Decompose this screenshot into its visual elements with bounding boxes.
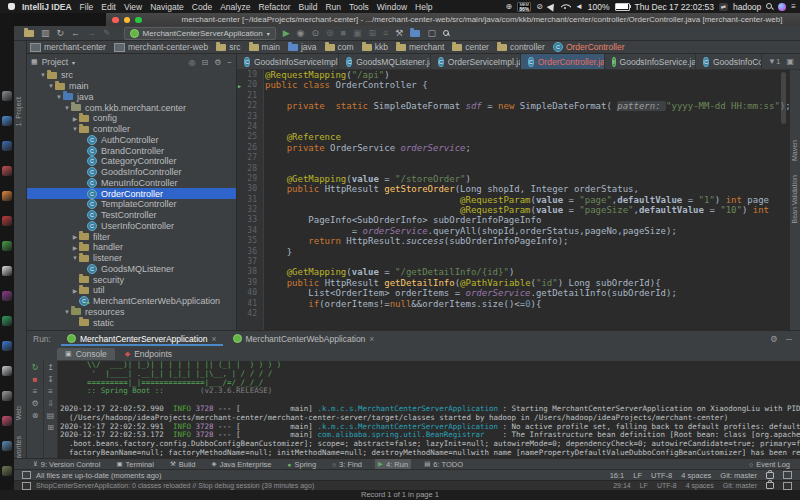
breadcrumb-merchant-center[interactable]: merchant-center xyxy=(30,42,106,52)
dock-icon[interactable] xyxy=(2,366,12,376)
tree-item-authcontroller[interactable]: CAuthController xyxy=(27,135,236,146)
input-source-icon[interactable]: ⊕ xyxy=(505,3,512,11)
close-tab-icon[interactable]: × xyxy=(369,334,374,344)
code-editor[interactable]: 19@RequestMapping("/api")20▶public class… xyxy=(237,70,800,330)
settings-icon[interactable]: ⚙ xyxy=(31,400,38,408)
dump-threads-icon[interactable]: ≡ xyxy=(33,388,38,396)
tree-item-categorycontroller[interactable]: CCategoryController xyxy=(27,156,236,167)
locate-icon[interactable]: ◎ xyxy=(188,58,195,67)
volume-icon[interactable]: ◄ xyxy=(575,3,583,11)
close-tab-icon[interactable]: × xyxy=(212,334,217,344)
menu-build[interactable]: Build xyxy=(299,2,318,12)
debug-icon[interactable]: ◉ xyxy=(297,29,305,38)
battery-icon[interactable] xyxy=(615,3,630,11)
menu-code[interactable]: Code xyxy=(192,2,212,12)
tree-item-java[interactable]: ▼java xyxy=(27,92,236,103)
breadcrumb-src[interactable]: src xyxy=(216,42,240,52)
tree-item-com-kkb-merchant-center[interactable]: ▼com.kkb.merchant.center xyxy=(27,102,236,113)
console-tab-endpoints[interactable]: ◆Endpoints xyxy=(117,348,180,360)
dock-icon[interactable] xyxy=(2,141,12,151)
run-settings-icon[interactable]: ⚙ xyxy=(770,334,778,344)
menu-edit[interactable]: Edit xyxy=(101,2,116,12)
clean-icon[interactable]: ≡ xyxy=(383,29,388,38)
editor-tab-goodsinfoservice-java[interactable]: IGoodsInfoService.java× xyxy=(605,54,696,69)
dock-icon[interactable] xyxy=(2,441,12,451)
tool-window-button-event-log[interactable]: ○Event Log xyxy=(746,459,800,469)
down-stack-icon[interactable]: ↧ xyxy=(47,376,54,384)
tool-strip-button-1-project[interactable]: 1: Project xyxy=(15,97,22,127)
dock-icon[interactable] xyxy=(2,191,12,201)
status-segment-git-master[interactable]: Git: master xyxy=(723,482,757,489)
tree-item-templatecontroller[interactable]: CTemplateController xyxy=(27,199,236,210)
menu-analyze[interactable]: Analyze xyxy=(220,2,250,12)
back-icon[interactable]: ← xyxy=(71,29,80,38)
dock-icon[interactable] xyxy=(2,166,12,176)
dock-icon[interactable] xyxy=(2,466,12,476)
tool-window-button-3-find[interactable]: ○3: Find xyxy=(329,459,365,469)
tool-window-button-4-run[interactable]: ▶4: Run xyxy=(375,459,411,469)
do-not-disturb-icon[interactable]: ⊘ xyxy=(536,3,543,11)
editor-tab-goodsmqlistener-java[interactable]: CGoodsMQListener.java× xyxy=(339,54,431,69)
menu-view[interactable]: View xyxy=(124,2,142,12)
breadcrumb-ordercontroller[interactable]: COrderController xyxy=(553,42,625,52)
coverage-icon[interactable]: ⊙ xyxy=(311,29,319,38)
dock-icon[interactable] xyxy=(2,266,12,276)
editor-tab-goodsinfoserviceimpl-java[interactable]: CGoodsInfoServiceImpl.java× xyxy=(237,54,339,69)
dock-icon[interactable] xyxy=(2,291,12,301)
up-stack-icon[interactable]: ↥ xyxy=(47,364,54,372)
split-editor-icon[interactable]: ▣ xyxy=(786,57,794,66)
tool-strip-button-maven[interactable]: Maven xyxy=(791,140,798,161)
tree-item-goodsmqlistener[interactable]: CGoodsMQListener xyxy=(27,264,236,275)
tree-arrow-icon[interactable]: ▼ xyxy=(55,94,63,100)
restore-layout-icon[interactable]: ▢ xyxy=(427,29,436,38)
spotlight-icon[interactable] xyxy=(766,3,773,10)
tree-item-merchantcenterwebapplication[interactable]: CMerchantCenterWebApplication xyxy=(27,296,236,307)
tool-window-button-build[interactable]: ⚒Build xyxy=(167,459,199,469)
run-icon[interactable]: ▶ xyxy=(283,29,290,38)
hidden-tabs-icon[interactable]: ▼1 xyxy=(768,57,780,66)
tree-arrow-icon[interactable]: ▼ xyxy=(47,83,55,89)
console-tab-console[interactable]: ▣Console xyxy=(57,348,115,360)
status-segment-lf[interactable]: LF xyxy=(640,482,648,489)
status-segment-utf-8[interactable]: UTF-8 xyxy=(657,482,677,489)
editor-tab-orderserviceimpl-java[interactable]: COrderServiceImpl.java× xyxy=(431,54,521,69)
clear-icon[interactable]: ⊞ xyxy=(47,424,54,432)
status-segment-git-master[interactable]: Git: master xyxy=(720,471,757,480)
soft-wrap-icon[interactable]: ≡ xyxy=(48,388,53,396)
rerun-icon[interactable]: ↻ xyxy=(32,364,39,372)
lock-icon[interactable] xyxy=(766,472,774,479)
tree-item-filter[interactable]: ▶filter xyxy=(27,231,236,242)
project-structure-icon[interactable]: ⚒ xyxy=(395,29,403,38)
tree-item-listener[interactable]: ▼listener xyxy=(27,253,236,264)
status-segment-4-spaces[interactable]: 4 spaces xyxy=(681,471,711,480)
tree-item-testcontroller[interactable]: CTestController xyxy=(27,210,236,221)
scroll-end-icon[interactable]: ⇩ xyxy=(47,400,54,408)
dock-icon[interactable] xyxy=(2,316,12,326)
status-segment-29-14[interactable]: 29:14 xyxy=(613,482,631,489)
print-icon[interactable]: ▤ xyxy=(47,412,55,420)
apple-icon[interactable] xyxy=(8,3,15,10)
window-icon[interactable] xyxy=(22,471,31,479)
hide-panel-icon[interactable]: ─ xyxy=(786,334,792,344)
dock-icon[interactable] xyxy=(2,391,12,401)
menu-file[interactable]: File xyxy=(80,2,94,12)
tree-item-brandcontroller[interactable]: CBrandController xyxy=(27,145,236,156)
tool-strip-button-bean-validation[interactable]: Bean Validation xyxy=(791,175,798,224)
run-configuration-select[interactable]: MerchantCenterServerApplication ▾ xyxy=(124,27,276,40)
tree-item-static[interactable]: static xyxy=(27,317,236,328)
status-segment-16-1[interactable]: 16:1 xyxy=(610,471,625,480)
breadcrumb-merchant-center-web[interactable]: merchant-center-web xyxy=(114,42,208,52)
edit-icon[interactable]: ✎ xyxy=(103,29,111,38)
tree-arrow-icon[interactable]: ▶ xyxy=(71,115,79,122)
profiler-icon[interactable]: ⊚ xyxy=(326,29,334,38)
hide-icon[interactable]: − xyxy=(227,58,232,67)
tree-item-handler[interactable]: ▶handler xyxy=(27,242,236,253)
tool-window-button-6-todo[interactable]: ▤6: TODO xyxy=(421,459,466,469)
dock-icon[interactable] xyxy=(2,241,12,251)
breadcrumb-center[interactable]: center xyxy=(452,42,489,52)
breadcrumb-controller[interactable]: controller xyxy=(497,42,545,52)
tree-item-menuinfocontroller[interactable]: CMenuInfoController xyxy=(27,178,236,189)
tool-window-button-terminal[interactable]: ▣Terminal xyxy=(113,459,157,469)
menu-run[interactable]: Run xyxy=(325,2,341,12)
breadcrumb-main[interactable]: main xyxy=(249,42,280,52)
